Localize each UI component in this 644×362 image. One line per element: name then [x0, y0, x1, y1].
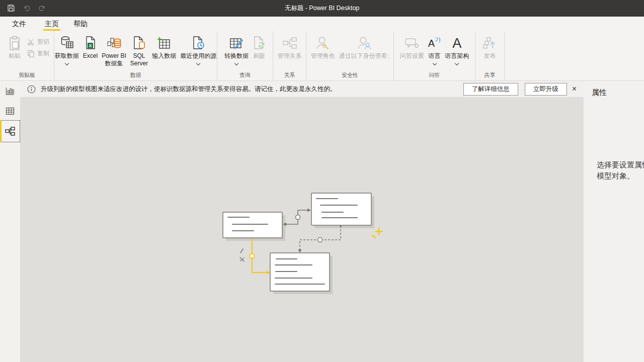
transform-data-icon [229, 34, 244, 52]
group-label-security: 安全性 [306, 71, 393, 79]
model-view-canvas[interactable] [20, 97, 584, 362]
empty-model-illustration [219, 189, 390, 302]
language-label: 语言 [429, 52, 441, 60]
enter-data-label: 输入数据 [152, 52, 176, 60]
data-view-button[interactable] [0, 101, 20, 121]
speech-bubble-gear-icon [404, 34, 420, 52]
excel-button[interactable]: X Excel [81, 33, 100, 60]
view-as-button[interactable]: 通过以下身份查看: [337, 33, 391, 60]
report-view-icon [5, 86, 15, 96]
properties-panel-title: 属性 [592, 88, 607, 98]
manage-relationships-icon [282, 34, 297, 52]
chevron-down-icon [234, 61, 238, 65]
recent-sources-label: 最近使用的源 [180, 52, 216, 60]
tab-help[interactable]: 帮助 [73, 17, 88, 31]
group-label-relationships: 关系 [273, 71, 306, 79]
linguistic-schema-label: 语言架构 [445, 52, 469, 60]
view-as-label: 通过以下身份查看: [339, 52, 389, 60]
sql-server-icon [132, 34, 146, 52]
linguistic-schema-button[interactable]: A 语言架构 [443, 33, 471, 65]
sql-server-label-line2: Server [130, 60, 148, 67]
info-icon [27, 85, 36, 94]
language-icon: A가 [428, 34, 441, 52]
tab-file[interactable]: 文件 [12, 17, 26, 31]
paste-label: 粘贴 [9, 52, 21, 60]
power-bi-datasets-button[interactable]: Power BI 数据集 [100, 33, 128, 67]
selected-view-indicator [0, 120, 2, 142]
view-switcher-sidebar [0, 81, 20, 362]
svg-text:X: X [89, 43, 92, 48]
properties-empty-state-text: 选择要设置属性的 模型对象。 [597, 159, 644, 182]
group-label-queries: 查询 [217, 71, 273, 79]
manage-relationships-button[interactable]: 管理关系 [276, 33, 304, 60]
learn-more-button[interactable]: 了解详细信息 [463, 83, 518, 96]
title-bar: 无标题 - Power BI Desktop [0, 0, 644, 17]
chevron-down-icon [196, 61, 200, 65]
ribbon-group-security: 管理角色 通过以下身份查看: 安全性 [306, 31, 394, 80]
language-button[interactable]: A가 语言 [426, 33, 443, 65]
enter-data-button[interactable]: 输入数据 [150, 33, 178, 60]
power-bi-datasets-label-line2: 数据集 [105, 60, 123, 67]
ribbon-group-relationships: 管理关系 关系 [273, 31, 306, 80]
ribbon-group-clipboard: 粘贴 剪切 复制 剪 [0, 31, 54, 80]
chevron-down-icon [432, 61, 436, 65]
chevron-down-icon [65, 61, 69, 65]
model-view-icon [5, 126, 16, 137]
refresh-button[interactable]: 刷新 [251, 33, 268, 60]
model-view-button[interactable] [0, 120, 20, 142]
chevron-down-icon [455, 61, 459, 65]
ribbon-group-data: 获取数据 X Excel Power BI 数据集 [54, 31, 217, 80]
transform-data-button[interactable]: 转换数据 [222, 33, 251, 65]
power-bi-desktop-window: 无标题 - Power BI Desktop 文件 主页 帮助 粘贴 [0, 0, 644, 362]
copy-button[interactable]: 复制 [27, 50, 49, 57]
ribbon-group-share: 发布 共享 [475, 31, 505, 80]
publish-button[interactable]: 发布 [480, 33, 500, 60]
ribbon-group-qa: 问答设置 A가 语言 A 语言架构 问答 [394, 31, 475, 80]
group-label-share: 共享 [475, 71, 504, 79]
manage-roles-button[interactable]: 管理角色 [309, 33, 337, 60]
ribbon-group-queries: 转换数据 刷新 查询 [217, 31, 273, 80]
get-data-button[interactable]: 获取数据 [53, 33, 81, 65]
enter-data-icon [156, 34, 172, 52]
power-bi-datasets-label-line1: Power BI [102, 52, 126, 60]
cut-label: 剪切 [37, 38, 49, 46]
person-view-icon [356, 34, 372, 52]
tab-home[interactable]: 主页 [45, 17, 59, 31]
cut-button[interactable]: 剪切 [27, 38, 49, 46]
copy-icon [27, 50, 35, 57]
database-table-icon [60, 34, 74, 52]
linguistic-schema-icon: A [452, 34, 461, 52]
copy-label: 复制 [37, 50, 49, 57]
properties-panel: 属性 选择要设置属性的 模型对象。 [584, 81, 644, 362]
paste-icon [8, 34, 21, 52]
ribbon: 粘贴 剪切 复制 剪 [0, 31, 644, 81]
close-icon[interactable]: × [572, 85, 577, 93]
manage-relationships-label: 管理关系 [278, 52, 302, 60]
refresh-label: 刷新 [253, 52, 265, 60]
report-view-button[interactable] [0, 81, 20, 101]
sql-server-button[interactable]: SQL Server [128, 33, 150, 67]
get-data-label: 获取数据 [55, 52, 79, 60]
window-title: 无标题 - Power BI Desktop [0, 0, 644, 17]
publish-label: 发布 [484, 52, 496, 60]
qa-settings-label: 问答设置 [400, 52, 424, 60]
scissors-icon [27, 38, 35, 46]
refresh-icon [253, 34, 266, 52]
group-label-clipboard: 剪贴板 [0, 71, 54, 79]
person-key-icon [315, 34, 331, 52]
qa-settings-button[interactable]: 问答设置 [398, 33, 426, 60]
publish-icon [482, 34, 498, 52]
upgrade-now-button[interactable]: 立即升级 [525, 83, 567, 96]
notification-message: 升级到新的模型视图来适应改进的设计，使标识数据源和管理关系变得容易。请记住，此更… [41, 85, 337, 94]
recent-sources-button[interactable]: 最近使用的源 [178, 33, 218, 65]
paste-button[interactable]: 粘贴 [6, 33, 23, 60]
ribbon-tab-row: 文件 主页 帮助 [0, 17, 644, 31]
manage-roles-label: 管理角色 [311, 52, 335, 60]
sql-server-label-line1: SQL [133, 52, 145, 60]
recent-sources-icon [192, 34, 205, 52]
power-bi-datasets-icon [107, 34, 122, 52]
excel-label: Excel [83, 52, 98, 60]
group-label-data: 数据 [54, 71, 217, 79]
group-label-qa: 问答 [394, 71, 475, 79]
transform-data-label: 转换数据 [224, 52, 249, 60]
